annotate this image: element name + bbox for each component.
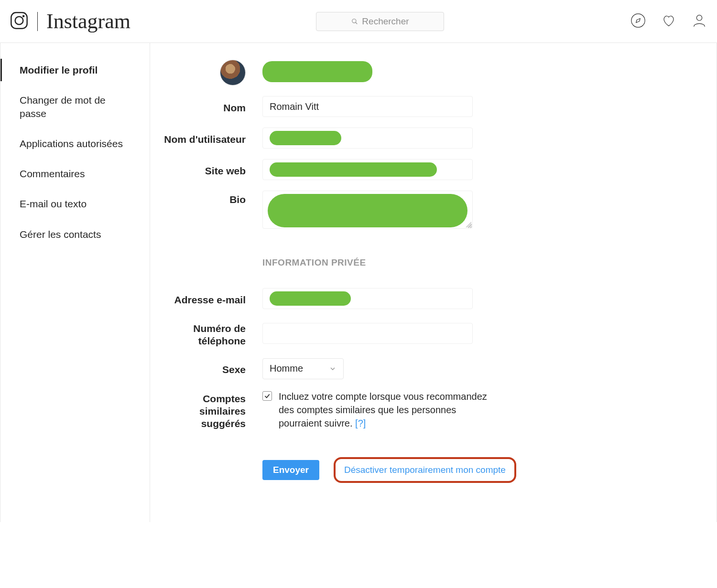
svg-point-1 [15,16,23,24]
bio-textarea[interactable] [262,191,473,229]
svg-line-4 [356,22,358,24]
svg-point-7 [696,15,702,20]
top-bar: Instagram Rechercher [0,0,717,43]
sidebar-item-authorized-apps[interactable]: Applications autorisées [0,128,150,159]
sidebar-item-email-sms[interactable]: E-mail ou texto [0,189,150,219]
label-gender: Sexe [222,364,246,375]
explore-icon[interactable] [630,12,646,31]
svg-point-3 [352,19,356,22]
svg-point-2 [22,15,25,17]
sidebar-item-manage-contacts[interactable]: Gérer les contacts [0,219,150,249]
row-website: Site web [160,159,688,180]
phone-input[interactable] [262,323,473,344]
brand-divider [37,12,38,31]
svg-point-5 [631,13,645,27]
username-value-redacted [270,131,341,145]
label-username: Nom d'utilisateur [164,134,246,145]
label-email: Adresse e-mail [174,294,246,305]
brand-wordmark[interactable]: Instagram [46,9,130,33]
submit-button[interactable]: Envoyer [262,460,319,480]
website-value-redacted [270,162,437,177]
row-avatar [160,60,688,86]
help-link[interactable]: [?] [355,418,366,428]
deactivate-account-link[interactable]: Désactiver temporairement mon compte [344,465,506,475]
row-gender: Sexe Homme [160,358,688,379]
row-name: Nom [160,96,688,117]
search-input[interactable]: Rechercher [316,12,444,31]
top-icons [630,12,707,31]
sidebar-item-comments[interactable]: Commentaires [0,159,150,189]
sidebar-item-change-password[interactable]: Changer de mot de passe [0,85,150,128]
row-phone: Numéro de téléphone [160,320,688,348]
label-similar: Comptes similaires suggérés [199,393,246,429]
content: Nom Nom d'utilisateur Site web Bio INFOR… [150,43,717,522]
search-placeholder: Rechercher [362,16,409,27]
instagram-glyph-icon[interactable] [10,11,29,32]
row-email: Adresse e-mail [160,288,688,309]
row-private-header: INFORMATION PRIVÉE [160,239,688,278]
svg-rect-0 [11,12,27,28]
username-input[interactable] [262,128,473,149]
label-name: Nom [223,102,246,113]
avatar[interactable] [220,60,246,86]
search-wrap: Rechercher [130,12,630,31]
deactivate-highlight: Désactiver temporairement mon compte [334,457,516,483]
label-phone: Numéro de téléphone [193,323,246,346]
row-bio: Bio [160,191,688,229]
chevron-down-icon [329,365,337,373]
private-info-header: INFORMATION PRIVÉE [262,257,473,268]
row-actions: Envoyer Désactiver temporairement mon co… [160,440,688,483]
profile-icon[interactable] [691,12,707,31]
svg-marker-6 [636,18,641,22]
email-input[interactable] [262,288,473,309]
bio-value-redacted [268,194,467,227]
sidebar-item-edit-profile[interactable]: Modifier le profil [0,55,150,85]
label-website: Site web [205,165,246,176]
sidebar: Modifier le profil Changer de mot de pas… [0,43,150,522]
label-bio: Bio [229,194,246,205]
username-display-redacted[interactable] [262,61,372,82]
email-value-redacted [270,291,351,306]
gender-select[interactable]: Homme [262,358,344,379]
gender-value: Homme [270,363,303,374]
name-input[interactable] [262,96,473,117]
row-similar: Comptes similaires suggérés Incluez votr… [160,390,688,430]
search-icon [351,18,358,25]
main: Modifier le profil Changer de mot de pas… [0,43,717,522]
brand-block: Instagram [10,9,130,33]
similar-accounts-text: Incluez votre compte lorsque vous recomm… [279,390,501,430]
similar-accounts-checkbox[interactable] [262,391,272,401]
activity-heart-icon[interactable] [661,12,677,31]
row-username: Nom d'utilisateur [160,128,688,149]
website-input[interactable] [262,159,473,180]
